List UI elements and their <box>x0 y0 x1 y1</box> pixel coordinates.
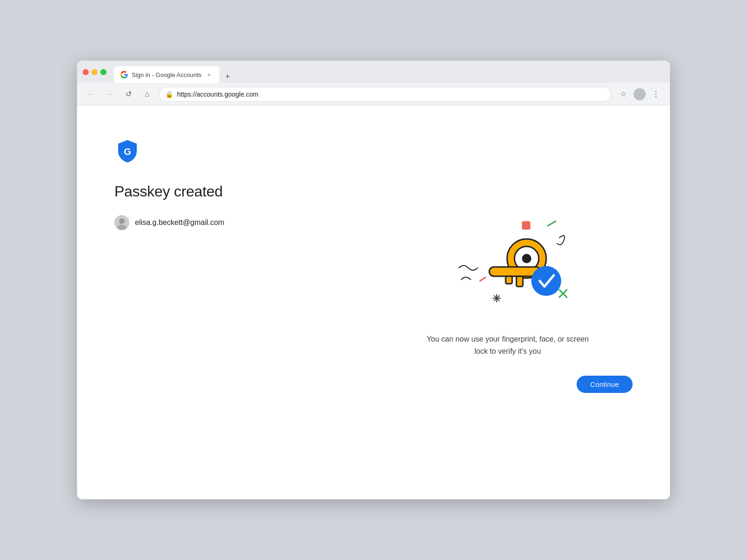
menu-button[interactable]: ⋮ <box>649 88 662 101</box>
close-window-button[interactable] <box>83 69 89 75</box>
right-panel: You can now use your fingerprint, face, … <box>383 133 633 471</box>
svg-point-2 <box>119 218 125 224</box>
passkey-illustration-svg <box>433 212 583 315</box>
tab-close-button[interactable]: × <box>205 71 213 78</box>
svg-line-5 <box>548 221 556 226</box>
svg-point-20 <box>522 254 531 263</box>
profile-button[interactable] <box>634 88 646 100</box>
url-text: https://accounts.google.com <box>177 91 605 98</box>
address-bar: ← → ↺ ⌂ 🔒 https://accounts.google.com ☆ … <box>77 83 670 105</box>
maximize-window-button[interactable] <box>100 69 106 75</box>
toolbar-right: ☆ ⋮ <box>617 88 662 101</box>
user-row: elisa.g.beckett@gmail.com <box>114 215 364 230</box>
key-illustration <box>433 212 583 315</box>
active-tab[interactable]: Sign in - Google Accounts × <box>114 66 219 83</box>
minimize-window-button[interactable] <box>92 69 98 75</box>
browser-window: Sign in - Google Accounts × + ← → ↺ ⌂ 🔒 … <box>77 61 670 499</box>
svg-line-6 <box>480 277 486 281</box>
svg-rect-4 <box>522 221 530 230</box>
left-panel: G Passkey created elisa.g.beckett@gmail.… <box>114 133 364 471</box>
lock-icon: 🔒 <box>165 91 173 98</box>
url-bar[interactable]: 🔒 https://accounts.google.com <box>159 87 611 102</box>
google-passkey-shield-icon: G <box>114 138 141 164</box>
continue-button[interactable]: Continue <box>577 376 633 393</box>
new-tab-button[interactable]: + <box>221 70 234 83</box>
title-bar: Sign in - Google Accounts × + <box>77 61 670 83</box>
back-button[interactable]: ← <box>85 88 98 101</box>
page-heading: Passkey created <box>114 183 364 200</box>
avatar-image <box>114 215 129 230</box>
home-button[interactable]: ⌂ <box>141 88 154 101</box>
traffic-lights <box>83 69 106 75</box>
description-text: You can now use your fingerprint, face, … <box>424 333 592 357</box>
reload-button[interactable]: ↺ <box>122 88 135 101</box>
svg-point-21 <box>531 266 561 296</box>
tab-title: Sign in - Google Accounts <box>132 71 202 78</box>
svg-text:G: G <box>124 147 131 157</box>
svg-rect-18 <box>506 276 512 284</box>
user-email: elisa.g.beckett@gmail.com <box>135 218 224 227</box>
google-tab-icon <box>120 71 128 78</box>
tab-strip: Sign in - Google Accounts × + <box>114 61 664 83</box>
forward-button[interactable]: → <box>103 88 116 101</box>
page-content: G Passkey created elisa.g.beckett@gmail.… <box>77 105 670 499</box>
svg-rect-19 <box>516 276 523 287</box>
bookmark-button[interactable]: ☆ <box>617 88 630 101</box>
avatar <box>114 215 129 230</box>
